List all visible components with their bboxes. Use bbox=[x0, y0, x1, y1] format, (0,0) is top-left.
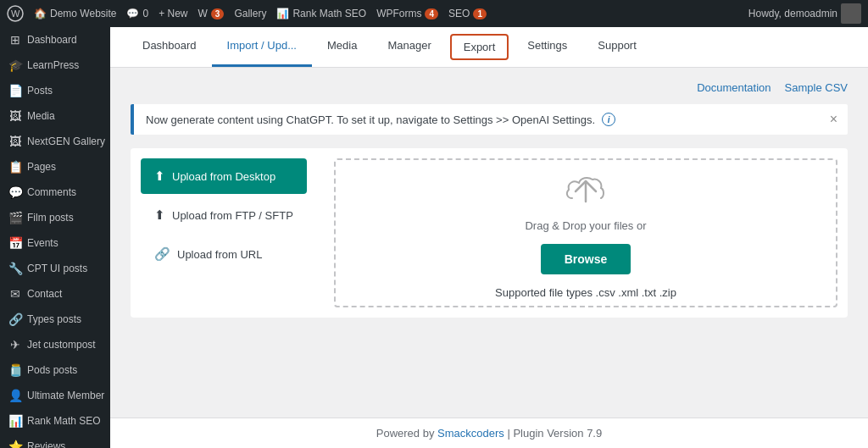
sidebar-item-film-posts[interactable]: 🎬 Film posts bbox=[0, 205, 110, 230]
sidebar-label-contact: Contact bbox=[27, 288, 62, 300]
new-label: + New bbox=[159, 8, 187, 19]
learnpress-icon: 🎓 bbox=[8, 58, 22, 72]
site-name-button[interactable]: 🏠 Demo Website bbox=[34, 8, 116, 19]
sidebar-item-ultimate-member[interactable]: 👤 Ultimate Member bbox=[0, 383, 110, 408]
sidebar-label-types-posts: Types posts bbox=[27, 313, 81, 325]
sidebar-label-jet-custompost: Jet custompost bbox=[27, 339, 96, 351]
browse-button[interactable]: Browse bbox=[541, 244, 632, 274]
tab-dashboard[interactable]: Dashboard bbox=[127, 27, 212, 67]
sidebar-label-posts: Posts bbox=[27, 85, 53, 97]
upload-from-url-option[interactable]: 🔗 Upload from URL bbox=[141, 236, 307, 272]
seo-label: SEO bbox=[448, 8, 470, 19]
sidebar-item-events[interactable]: 📅 Events bbox=[0, 230, 110, 256]
sample-csv-link[interactable]: Sample CSV bbox=[785, 81, 848, 94]
smackcoders-link[interactable]: Smackcoders bbox=[437, 427, 504, 440]
rankmath-button[interactable]: 📊 Rank Math SEO bbox=[276, 8, 366, 19]
nextgen-icon: 🖼 bbox=[8, 135, 22, 148]
supported-types-text: Supported file types .csv .xml .txt .zip bbox=[495, 286, 676, 299]
links-row: Documentation Sample CSV bbox=[131, 81, 848, 94]
comments-icon: 💬 bbox=[8, 185, 22, 199]
sidebar-label-events: Events bbox=[27, 237, 58, 249]
upload-url-label: Upload from URL bbox=[177, 248, 262, 261]
footer: Powered by Smackcoders | Plugin Version … bbox=[110, 418, 868, 448]
upload-cloud-icon bbox=[564, 168, 608, 207]
upload-url-icon: 🔗 bbox=[154, 246, 170, 262]
ultimate-member-icon: 👤 bbox=[8, 389, 22, 402]
admin-bar: W 🏠 Demo Website 💬 0 + New W 3 Gallery 📊… bbox=[0, 0, 868, 27]
howdy-button[interactable]: Howdy, demoadmin bbox=[748, 3, 861, 24]
site-name-label: Demo Website bbox=[50, 8, 116, 19]
sidebar-label-media: Media bbox=[27, 110, 55, 122]
new-content-button[interactable]: + New bbox=[159, 8, 187, 19]
wpforms-label: WPForms bbox=[376, 8, 421, 19]
notice-close-button[interactable]: × bbox=[830, 112, 837, 127]
sidebar-label-learnpress: LearnPress bbox=[27, 59, 79, 71]
sidebar-item-nextgen[interactable]: 🖼 NextGEN Gallery 6 bbox=[0, 129, 110, 154]
info-icon[interactable]: i bbox=[602, 113, 615, 126]
woo-icon: W bbox=[198, 8, 208, 19]
wp-logo-button[interactable]: W bbox=[7, 5, 24, 22]
drag-drop-text: Drag & Drop your files or bbox=[525, 219, 646, 232]
sidebar-item-pods-posts[interactable]: 🫙 Pods posts bbox=[0, 357, 110, 383]
sidebar-item-dashboard[interactable]: ⊞ Dashboard bbox=[0, 27, 110, 53]
tab-support[interactable]: Support bbox=[582, 27, 652, 67]
contact-icon: ✉ bbox=[8, 287, 22, 301]
tab-import-upd[interactable]: Import / Upd... bbox=[212, 27, 312, 67]
sidebar-item-reviews[interactable]: ⭐ Reviews bbox=[0, 434, 110, 448]
sidebar-item-comments[interactable]: 💬 Comments bbox=[0, 180, 110, 205]
sidebar-label-nextgen: NextGEN Gallery bbox=[27, 136, 105, 147]
tab-manager[interactable]: Manager bbox=[372, 27, 446, 67]
howdy-label: Howdy, demoadmin bbox=[748, 8, 837, 19]
wpforms-button[interactable]: WPForms 4 bbox=[376, 8, 438, 19]
sidebar-item-contact[interactable]: ✉ Contact bbox=[0, 281, 110, 307]
tabs-bar: Dashboard Import / Upd... Media Manager … bbox=[110, 27, 868, 68]
sidebar-item-jet-custompost[interactable]: ✈ Jet custompost bbox=[0, 332, 110, 357]
drop-zone[interactable]: Drag & Drop your files or Browse Support… bbox=[334, 158, 837, 307]
rankmath-icon: 📊 bbox=[276, 8, 289, 19]
sidebar-item-types-posts[interactable]: 🔗 Types posts bbox=[0, 307, 110, 332]
upload-from-ftp-option[interactable]: ⬆ Upload from FTP / SFTP bbox=[141, 197, 307, 233]
avatar bbox=[841, 3, 861, 24]
woo-badge: 3 bbox=[211, 8, 225, 19]
sidebar-item-cpt-ui-posts[interactable]: 🔧 CPT UI posts bbox=[0, 256, 110, 281]
sidebar-item-pages[interactable]: 📋 Pages bbox=[0, 154, 110, 180]
documentation-link[interactable]: Documentation bbox=[697, 81, 771, 94]
tab-settings[interactable]: Settings bbox=[512, 27, 582, 67]
main-content: Dashboard Import / Upd... Media Manager … bbox=[110, 27, 868, 448]
sidebar-label-pods-posts: Pods posts bbox=[27, 364, 77, 376]
types-posts-icon: 🔗 bbox=[8, 312, 22, 326]
sidebar-item-posts[interactable]: 📄 Posts bbox=[0, 78, 110, 103]
notice-bar: Now generate content using ChatGPT. To s… bbox=[131, 104, 848, 135]
notice-text: Now generate content using ChatGPT. To s… bbox=[146, 113, 595, 126]
wpforms-badge: 4 bbox=[425, 8, 438, 19]
seo-badge: 1 bbox=[473, 8, 487, 19]
gallery-button[interactable]: Gallery bbox=[234, 8, 266, 19]
sidebar-item-learnpress[interactable]: 🎓 LearnPress bbox=[0, 53, 110, 78]
content-area: Documentation Sample CSV Now generate co… bbox=[110, 68, 868, 418]
sidebar-label-reviews: Reviews bbox=[27, 440, 65, 448]
events-icon: 📅 bbox=[8, 236, 22, 250]
version-text: | Plugin Version 7.9 bbox=[507, 427, 602, 440]
comment-count: 0 bbox=[142, 8, 148, 19]
sidebar-item-media[interactable]: 🖼 Media bbox=[0, 103, 110, 129]
import-section: ⬆ Upload from Desktop ⬆ Upload from FTP … bbox=[131, 148, 848, 318]
film-posts-icon: 🎬 bbox=[8, 211, 22, 224]
gallery-label: Gallery bbox=[234, 8, 266, 19]
sidebar-item-rank-math-seo[interactable]: 📊 Rank Math SEO bbox=[0, 408, 110, 434]
tab-media[interactable]: Media bbox=[312, 27, 372, 67]
upload-from-desktop-option[interactable]: ⬆ Upload from Desktop bbox=[141, 158, 307, 194]
upload-desktop-label: Upload from Desktop bbox=[172, 170, 275, 183]
sidebar-label-dashboard: Dashboard bbox=[27, 34, 77, 46]
tab-export[interactable]: Export bbox=[450, 34, 509, 60]
posts-icon: 📄 bbox=[8, 84, 22, 97]
jet-icon: ✈ bbox=[8, 338, 22, 351]
seo-button[interactable]: SEO 1 bbox=[448, 8, 487, 19]
comments-button[interactable]: 💬 0 bbox=[126, 8, 148, 19]
comment-icon: 💬 bbox=[126, 8, 139, 19]
rankmath-label: Rank Math SEO bbox=[292, 8, 366, 19]
dashboard-icon: ⊞ bbox=[8, 33, 22, 47]
media-icon: 🖼 bbox=[8, 109, 22, 123]
woocommerce-button[interactable]: W 3 bbox=[198, 8, 225, 19]
reviews-icon: ⭐ bbox=[8, 440, 22, 448]
sidebar-label-cpt-ui-posts: CPT UI posts bbox=[27, 263, 87, 274]
